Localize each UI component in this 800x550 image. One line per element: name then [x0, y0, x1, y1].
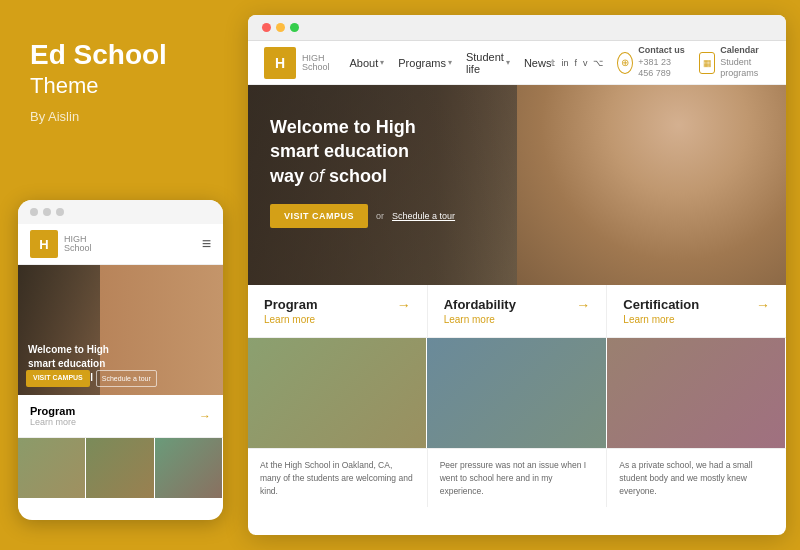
desktop-image-row	[248, 338, 786, 448]
desktop-dot-yellow	[276, 23, 285, 32]
mobile-visit-campus-button[interactable]: VISIT CAMPUS	[26, 370, 90, 387]
desktop-nav-links: About ▾ Programs ▾ Student life ▾ News	[350, 51, 552, 75]
desktop-titlebar	[248, 15, 786, 41]
desktop-hero-content: Welcome to High smart education way of s…	[248, 85, 786, 258]
social-icons: 𝕥 in f v ⌥	[551, 58, 603, 68]
desktop-text-row: At the High School in Oakland, CA, many …	[248, 448, 786, 507]
nav-contact-text: Contact us +381 23 456 789	[638, 45, 685, 80]
feature-afordability: Afordability Learn more →	[428, 285, 608, 337]
desktop-logo-text: HIGH School	[302, 54, 330, 72]
feature-program-info: Program Learn more	[264, 297, 317, 325]
mobile-dot-2	[43, 208, 51, 216]
mobile-titlebar	[18, 200, 223, 224]
nav-link-news[interactable]: News	[524, 51, 552, 75]
mobile-header: H HIGH School ≡	[18, 224, 223, 265]
calendar-label: Calendar	[720, 45, 770, 57]
feature-afordability-info: Afordability Learn more	[444, 297, 516, 325]
programs-chevron: ▾	[448, 58, 452, 67]
left-panel: Ed School Theme By Aislin H HIGH School …	[0, 0, 240, 550]
mobile-program-title: Program	[30, 405, 76, 417]
feature-certification: Certification Learn more →	[607, 285, 786, 337]
mobile-program-section: Program Learn more →	[18, 395, 223, 438]
calendar-text: Calendar Student programs	[720, 45, 770, 80]
mobile-schedule-tour-button[interactable]: Schedule a tour	[96, 370, 157, 387]
desktop-hero: Welcome to High smart education way of s…	[248, 85, 786, 285]
desktop-dot-red	[262, 23, 271, 32]
feature-program-sub: Learn more	[264, 314, 317, 325]
feature-afordability-sub: Learn more	[444, 314, 516, 325]
nav-link-about[interactable]: About ▾	[350, 51, 385, 75]
studentlife-chevron: ▾	[506, 58, 510, 67]
contact-label: Contact us	[638, 45, 685, 57]
feature-afordability-arrow[interactable]: →	[576, 297, 590, 313]
nav-link-programs[interactable]: Programs ▾	[398, 51, 452, 75]
text-col-2: Peer pressure was not an issue when I we…	[428, 449, 608, 507]
image-col-3	[607, 338, 786, 448]
mobile-strip-img-1	[18, 438, 86, 498]
feature-program-arrow[interactable]: →	[397, 297, 411, 313]
schedule-tour-link[interactable]: Schedule a tour	[392, 211, 455, 221]
feature-afordability-title: Afordability	[444, 297, 516, 312]
hamburger-icon[interactable]: ≡	[202, 235, 211, 253]
mobile-program-info: Program Learn more	[30, 405, 76, 427]
desktop-hero-buttons: VISIT CAMPUS or Schedule a tour	[270, 204, 764, 228]
desktop-dot-green	[290, 23, 299, 32]
mobile-logo-text: HIGH School	[64, 235, 92, 253]
facebook-icon[interactable]: f	[574, 58, 577, 68]
mobile-dot-1	[30, 208, 38, 216]
nav-calendar: ▦ Calendar Student programs	[699, 45, 770, 80]
feature-program: Program Learn more →	[248, 285, 428, 337]
feature-certification-title: Certification	[623, 297, 699, 312]
mobile-mockup: H HIGH School ≡ Welcome to High smart ed…	[18, 200, 223, 520]
mobile-program-arrow[interactable]: →	[199, 409, 211, 423]
mobile-logo-mark: H	[30, 230, 58, 258]
mobile-dot-3	[56, 208, 64, 216]
mobile-logo: H HIGH School	[30, 230, 92, 258]
vimeo-icon[interactable]: v	[583, 58, 588, 68]
theme-title: Ed School Theme	[30, 40, 210, 99]
about-chevron: ▾	[380, 58, 384, 67]
nav-link-student-life[interactable]: Student life ▾	[466, 51, 510, 75]
features-row: Program Learn more → Afordability Learn …	[248, 285, 786, 338]
image-col-2	[427, 338, 606, 448]
calendar-icon: ▦	[699, 52, 715, 74]
linkedin-icon[interactable]: in	[561, 58, 568, 68]
feature-certification-arrow[interactable]: →	[756, 297, 770, 313]
desktop-visit-campus-button[interactable]: VISIT CAMPUS	[270, 204, 368, 228]
author-text: By Aislin	[30, 109, 210, 124]
mobile-hero: Welcome to High smart education way of s…	[18, 265, 223, 395]
mobile-strip-img-2	[86, 438, 154, 498]
twitter-icon[interactable]: 𝕥	[551, 58, 555, 68]
mobile-image-strip	[18, 438, 223, 498]
nav-contact: ⊕ Contact us +381 23 456 789	[617, 45, 685, 80]
mobile-program-sub: Learn more	[30, 417, 76, 427]
image-col-1	[248, 338, 427, 448]
rss-icon[interactable]: ⌥	[593, 58, 603, 68]
text-col-1: At the High School in Oakland, CA, many …	[248, 449, 428, 507]
or-text: or	[376, 211, 384, 221]
subtitle-text: Theme	[30, 73, 210, 99]
mobile-hero-buttons: VISIT CAMPUS Schedule a tour	[26, 370, 157, 387]
title-text: Ed School	[30, 40, 210, 71]
feature-certification-sub: Learn more	[623, 314, 699, 325]
desktop-mockup: H HIGH School About ▾ Programs ▾ Student…	[248, 15, 786, 535]
desktop-logo-mark: H	[264, 47, 296, 79]
contact-number: +381 23 456 789	[638, 57, 685, 80]
desktop-nav: H HIGH School About ▾ Programs ▾ Student…	[248, 41, 786, 85]
globe-icon: ⊕	[617, 52, 633, 74]
desktop-hero-title: Welcome to High smart education way of s…	[270, 115, 530, 188]
desktop-nav-right: 𝕥 in f v ⌥ ⊕ Contact us +381 23 456 789 …	[551, 45, 770, 80]
feature-program-title: Program	[264, 297, 317, 312]
text-col-3: As a private school, we had a small stud…	[607, 449, 786, 507]
calendar-sub: Student programs	[720, 57, 770, 80]
mobile-strip-img-3	[155, 438, 223, 498]
feature-certification-info: Certification Learn more	[623, 297, 699, 325]
desktop-logo: H HIGH School	[264, 47, 330, 79]
